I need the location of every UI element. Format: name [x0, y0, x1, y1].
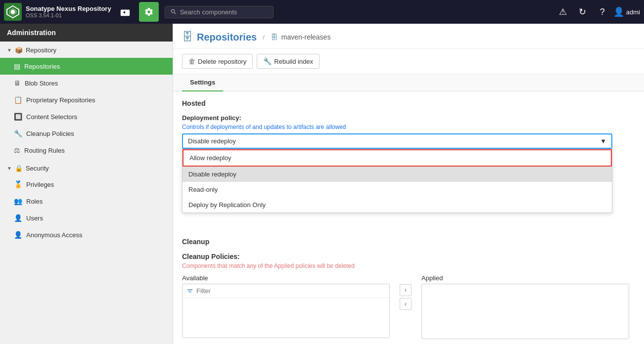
settings-content: Hosted Deployment policy: Controls if de…	[173, 91, 644, 344]
option-label: Allow redeploy	[189, 154, 231, 162]
top-navigation: Sonatype Nexus Repository OSS 3.54.1-01 …	[0, 0, 644, 24]
page-title: Repositories	[197, 32, 257, 43]
browse-icon-btn[interactable]	[115, 2, 135, 22]
sidebar-item-label: Blob Stores	[25, 80, 58, 87]
deployment-policy-select-wrapper: Disable redeploy ▼ Allow redeploy Disabl…	[182, 133, 635, 149]
cleanup-columns: Available ›	[182, 274, 635, 339]
sidebar-group-security[interactable]: ▼ 🔒 Security	[0, 161, 173, 176]
routing-icon: ⚖	[14, 146, 20, 154]
user-menu-btn[interactable]: 👤 admi	[613, 6, 640, 17]
app-version: OSS 3.54.1-01	[26, 12, 111, 19]
sidebar-item-routing-rules[interactable]: ⚖ Routing Rules	[0, 142, 173, 159]
repo-group-icon: 📦	[15, 46, 23, 54]
sidebar-item-content-selectors[interactable]: 🔲 Content Selectors	[0, 108, 173, 125]
sidebar-item-repositories[interactable]: ▤ Repositories	[0, 58, 173, 75]
repo-group-label: Repository	[26, 46, 56, 54]
applied-col: Applied	[421, 274, 629, 339]
rebuild-index-button[interactable]: 🔧 Rebuild index	[257, 54, 320, 69]
arrow-column: › ‹	[398, 274, 414, 320]
cleanup-policies-label: Cleanup Policies:	[182, 253, 635, 260]
maven-releases-icon: 🗄	[271, 33, 277, 41]
sidebar-item-cleanup-policies[interactable]: 🔧 Cleanup Policies	[0, 125, 173, 142]
privileges-icon: 🏅	[14, 180, 22, 188]
filter-bar	[183, 284, 389, 298]
security-group-label: Security	[26, 165, 49, 172]
sidebar-item-proprietary-repos[interactable]: 📋 Proprietary Repositories	[0, 91, 173, 108]
deployment-policy-label: Deployment policy:	[182, 114, 635, 122]
delete-label: Delete repository	[198, 58, 246, 65]
cleanup-hint: Components that match any of the Applied…	[182, 262, 635, 269]
sidebar-item-label: Users	[26, 215, 43, 222]
breadcrumb-separator: /	[263, 34, 265, 41]
sidebar-item-privileges[interactable]: 🏅 Privileges	[0, 176, 173, 193]
applied-label: Applied	[421, 274, 629, 282]
main-layout: Administration ▼ 📦 Repository ▤ Reposito…	[0, 24, 644, 344]
applied-list	[421, 284, 629, 339]
app-name: Sonatype Nexus Repository	[26, 5, 111, 13]
brand-logo	[4, 3, 22, 21]
available-label: Available	[182, 274, 390, 282]
tab-settings[interactable]: Settings	[182, 74, 223, 91]
move-right-button[interactable]: ›	[400, 284, 412, 296]
sidebar-group-repository[interactable]: ▼ 📦 Repository	[0, 43, 173, 58]
deployment-policy-dropdown: Allow redeploy Disable redeploy Read-onl…	[182, 149, 612, 213]
option-label: Read-only	[188, 186, 218, 193]
page-header: 🗄 Repositories / 🗄 maven-releases	[173, 24, 644, 49]
tab-bar: Settings	[173, 74, 644, 91]
anon-icon: 👤	[14, 231, 22, 239]
option-label: Disable redeploy	[188, 171, 236, 178]
admin-icon-btn[interactable]	[139, 2, 159, 22]
sidebar-item-label: Privileges	[26, 181, 54, 188]
chevron-down-icon: ▼	[600, 137, 606, 145]
toolbar: 🗑 Delete repository 🔧 Rebuild index	[173, 49, 644, 74]
tab-settings-label: Settings	[190, 79, 215, 86]
option-label: Deploy by Replication Only	[188, 201, 266, 209]
sidebar-section-security: ▼ 🔒 Security 🏅 Privileges 👥 Roles 👤 User…	[0, 160, 173, 244]
repositories-icon: ▤	[14, 62, 20, 70]
sidebar: Administration ▼ 📦 Repository ▤ Reposito…	[0, 24, 173, 344]
repositories-header-icon: 🗄	[182, 31, 193, 43]
user-icon: 👤	[613, 6, 624, 17]
search-bar[interactable]: Search components	[165, 6, 274, 18]
search-placeholder: Search components	[180, 8, 237, 16]
sidebar-item-label: Proprietary Repositories	[26, 96, 95, 104]
hosted-section-label: Hosted	[182, 99, 635, 107]
sidebar-section-repository: ▼ 📦 Repository ▤ Repositories 🖥 Blob Sto…	[0, 42, 173, 160]
selected-value: Disable redeploy	[188, 137, 236, 145]
sidebar-item-blob-stores[interactable]: 🖥 Blob Stores	[0, 75, 173, 91]
refresh-icon-btn[interactable]: ↻	[574, 3, 592, 21]
breadcrumb-current: maven-releases	[281, 33, 331, 41]
chevron-down-icon: ▼	[7, 166, 12, 171]
cleanup-section: Cleanup Cleanup Policies: Components tha…	[182, 238, 635, 339]
help-icon-btn[interactable]: ?	[594, 3, 611, 21]
arrow-left-icon: ‹	[405, 301, 407, 307]
security-group-icon: 🔒	[15, 165, 23, 172]
main-content: 🗄 Repositories / 🗄 maven-releases 🗑 Dele…	[173, 24, 644, 344]
search-icon	[170, 8, 177, 15]
proprietary-icon: 📋	[14, 96, 22, 104]
trash-icon: 🗑	[188, 57, 195, 65]
roles-icon: 👥	[14, 197, 22, 205]
option-allow-redeploy[interactable]: Allow redeploy	[183, 149, 612, 167]
user-label: admi	[626, 8, 640, 16]
option-disable-redeploy[interactable]: Disable redeploy	[183, 167, 612, 182]
sidebar-item-anonymous-access[interactable]: 👤 Anonymous Access	[0, 226, 173, 243]
sidebar-item-users[interactable]: 👤 Users	[0, 210, 173, 226]
sidebar-item-label: Cleanup Policies	[26, 130, 74, 137]
option-deploy-replication[interactable]: Deploy by Replication Only	[183, 197, 612, 213]
deployment-policy-select[interactable]: Disable redeploy ▼	[182, 133, 612, 149]
sidebar-item-label: Anonymous Access	[26, 231, 82, 239]
sidebar-item-label: Routing Rules	[24, 147, 65, 154]
sidebar-item-label: Content Selectors	[26, 113, 77, 121]
rebuild-label: Rebuild index	[274, 58, 313, 65]
available-filter-input[interactable]	[196, 287, 385, 295]
cleanup-icon: 🔧	[14, 129, 22, 137]
arrow-right-icon: ›	[405, 287, 407, 294]
brand: Sonatype Nexus Repository OSS 3.54.1-01	[4, 3, 111, 21]
move-left-button[interactable]: ‹	[400, 298, 412, 310]
delete-repository-button[interactable]: 🗑 Delete repository	[182, 54, 253, 69]
sidebar-item-roles[interactable]: 👥 Roles	[0, 193, 173, 210]
option-read-only[interactable]: Read-only	[183, 182, 612, 197]
error-icon-btn[interactable]: ⚠	[554, 3, 572, 21]
available-list-body	[183, 298, 389, 338]
